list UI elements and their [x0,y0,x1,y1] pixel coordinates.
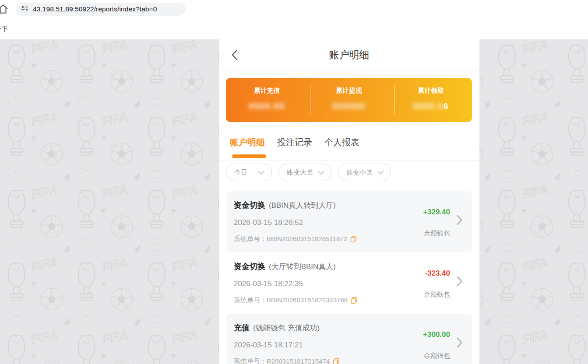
transaction-row[interactable]: 充值 (钱能钱包 充值成功) 2026-03-15 18:17:21 系统单号：… [226,314,472,364]
chevron-right-icon[interactable] [457,337,462,350]
transaction-order: 系统单号：BBIN202603151822343768 [234,296,357,304]
transaction-wallet: 余额钱包 [424,229,450,238]
app-view: 账户明细 累计充值 8888.88 累计提现 888888 累计领取 8888.… [219,39,479,364]
chevron-down-icon [318,168,324,176]
summary-label: 累计领取 [418,87,444,95]
chevron-right-icon[interactable] [457,276,462,288]
summary-card: 累计充值 8888.88 累计提现 888888 累计领取 8888.86 [226,78,472,122]
browser-toolbar: 43.198.51.89:50922/reports/index?tab=0 [0,0,588,18]
summary-value-masked: 888888 [332,102,365,111]
summary-total-claimed: 累计领取 8888.86 [390,78,472,122]
transaction-order: 系统单号：R2603151817215474 [234,357,339,364]
url-text[interactable]: 43.198.51.89:50922/reports/index?tab=0 [33,5,157,13]
tab-personal-report[interactable]: 个人报表 [324,136,359,148]
summary-value-masked: 8888.86 [413,102,449,111]
page-top-strip: 一下 [0,18,588,39]
page-title: 账户明细 [219,48,479,62]
transaction-datetime: 2026-03-15 18:17:21 [234,341,303,350]
copy-icon[interactable] [351,297,357,304]
transaction-row[interactable]: 资金切换 (大厅转到BBIN真人) 2026-03-15 18:22:35 系统… [226,252,472,314]
summary-total-deposit: 累计充值 8888.88 [226,78,308,122]
major-category-dropdown[interactable]: 账变大类 [278,164,331,181]
transaction-wallet: 余额钱包 [424,352,450,360]
transaction-list: 资金切换 (BBIN真人转到大厅) 2026-03-15 18:26:52 系统… [226,191,472,364]
transaction-title: 充值 (钱能钱包 充值成功) [234,322,320,333]
clipped-page-text: 一下 [0,24,9,34]
tabs-divider [219,160,479,161]
app-header: 账户明细 [219,39,479,70]
transaction-order: 系统单号：BBIN202603151826511872 [234,235,357,243]
transaction-title: 资金切换 (大厅转到BBIN真人) [234,261,336,272]
summary-divider [394,85,395,115]
site-permissions-icon[interactable] [21,5,28,13]
chevron-down-icon [377,168,384,176]
screen: { "browser": { "url": "43.198.51.89:5092… [0,0,588,364]
transaction-datetime: 2026-03-15 18:22:35 [234,280,303,288]
tab-bet-records[interactable]: 投注记录 [277,136,312,148]
report-tabs: 账户明细 投注记录 个人报表 [230,136,359,148]
transaction-amount: +300.00 [423,330,450,339]
transaction-row[interactable]: 资金切换 (BBIN真人转到大厅) 2026-03-15 18:26:52 系统… [226,191,472,252]
chevron-right-icon[interactable] [457,215,462,227]
transaction-wallet: 余额钱包 [424,290,450,299]
section-divider [219,184,479,184]
minor-category-dropdown[interactable]: 账变小类 [338,164,391,181]
transaction-amount: -323.40 [425,269,450,278]
transaction-amount: +329.40 [423,208,450,217]
tab-account-detail[interactable]: 账户明细 [230,136,265,148]
summary-label: 累计提现 [336,87,362,95]
address-bar[interactable]: 43.198.51.89:50922/reports/index?tab=0 [16,3,186,16]
copy-icon[interactable] [333,358,339,364]
date-filter-dropdown[interactable]: 今日 [226,164,272,181]
summary-divider [310,85,310,115]
summary-total-withdraw: 累计提现 888888 [308,78,390,122]
chevron-down-icon [258,168,264,176]
copy-icon[interactable] [350,235,357,243]
transaction-title: 资金切换 (BBIN真人转到大厅) [234,200,336,210]
summary-label: 累计充值 [254,87,280,95]
filter-bar: 今日 账变大类 账变小类 [226,164,391,181]
transaction-datetime: 2026-03-15 18:26:52 [234,218,303,227]
summary-value-masked: 8888.88 [249,102,285,111]
home-icon[interactable] [0,4,9,17]
active-tab-indicator [232,154,266,158]
